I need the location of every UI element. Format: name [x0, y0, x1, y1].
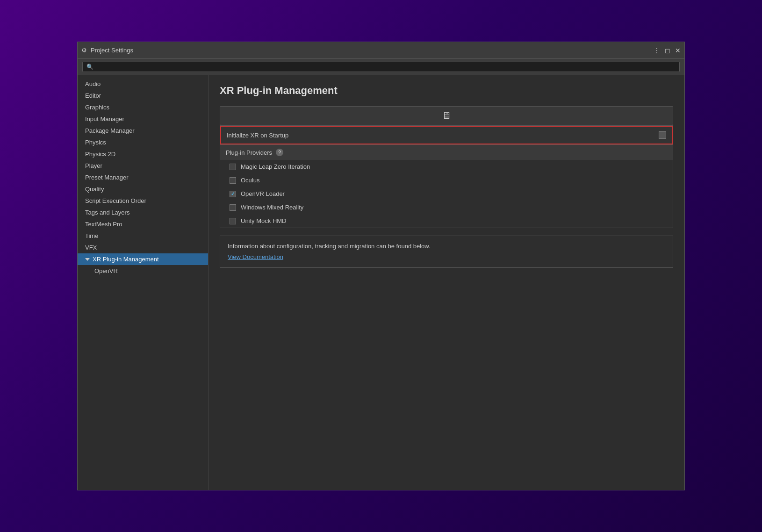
sidebar-item-physics[interactable]: Physics [78, 137, 208, 148]
plugin-providers-header: Plug-in Providers ? [220, 144, 673, 160]
title-bar-left: ⚙ Project Settings [81, 47, 133, 54]
content-area: XR Plug-in Management 🖥 Initialize XR on… [208, 75, 684, 490]
sidebar-item-player[interactable]: Player [78, 160, 208, 172]
expand-arrow-icon [85, 258, 90, 261]
sidebar-item-openvr[interactable]: OpenVR [78, 265, 208, 277]
magic-leap-label: Magic Leap Zero Iteration [241, 163, 310, 170]
sidebar-item-graphics[interactable]: Graphics [78, 101, 208, 113]
close-icon[interactable]: ✕ [675, 47, 681, 54]
sidebar: Audio Editor Graphics Input Manager Pack… [78, 75, 208, 490]
main-content: Audio Editor Graphics Input Manager Pack… [78, 75, 684, 490]
plugin-item-oculus: Oculus [220, 173, 673, 187]
view-documentation-link[interactable]: View Documentation [228, 253, 283, 260]
sidebar-item-audio[interactable]: Audio [78, 78, 208, 90]
windows-mixed-reality-checkbox[interactable] [230, 204, 236, 211]
plugin-item-windows-mixed-reality: Windows Mixed Reality [220, 201, 673, 214]
openvr-loader-label: OpenVR Loader [241, 190, 285, 197]
magic-leap-checkbox[interactable] [230, 164, 236, 170]
initialize-xr-checkbox[interactable] [659, 131, 666, 139]
help-icon[interactable]: ? [276, 149, 283, 156]
sidebar-item-vfx[interactable]: VFX [78, 242, 208, 253]
title-bar: ⚙ Project Settings ⋮ ◻ ✕ [78, 42, 684, 59]
sidebar-item-package-manager[interactable]: Package Manager [78, 125, 208, 137]
window-title: Project Settings [91, 47, 133, 54]
sidebar-item-time[interactable]: Time [78, 230, 208, 242]
sidebar-item-quality[interactable]: Quality [78, 183, 208, 195]
info-box: Information about configuration, trackin… [220, 236, 673, 268]
settings-icon: ⚙ [81, 47, 87, 54]
tab-bar: 🖥 [220, 106, 673, 125]
page-title: XR Plug-in Management [220, 85, 673, 97]
restore-icon[interactable]: ◻ [665, 47, 670, 54]
sidebar-item-physics2d[interactable]: Physics 2D [78, 148, 208, 160]
search-input[interactable] [82, 62, 680, 72]
oculus-checkbox[interactable] [230, 177, 236, 184]
initialize-xr-label: Initialize XR on Startup [227, 132, 659, 139]
sidebar-item-editor[interactable]: Editor [78, 90, 208, 101]
search-bar [78, 59, 684, 75]
oculus-label: Oculus [241, 177, 259, 184]
plugin-list: Magic Leap Zero Iteration Oculus ✓ OpenV… [220, 160, 673, 228]
info-text: Information about configuration, trackin… [228, 243, 665, 250]
checkmark-icon: ✓ [231, 191, 235, 196]
main-window: ⚙ Project Settings ⋮ ◻ ✕ Audio Editor Gr… [77, 42, 685, 490]
sidebar-item-textmesh-pro[interactable]: TextMesh Pro [78, 218, 208, 230]
sidebar-item-preset-manager[interactable]: Preset Manager [78, 172, 208, 183]
sidebar-item-tags-and-layers[interactable]: Tags and Layers [78, 207, 208, 218]
title-bar-right: ⋮ ◻ ✕ [654, 47, 681, 54]
sidebar-item-input-manager[interactable]: Input Manager [78, 113, 208, 125]
unity-mock-hmd-checkbox[interactable] [230, 218, 236, 224]
windows-mixed-reality-label: Windows Mixed Reality [241, 204, 303, 211]
initialize-xr-row: Initialize XR on Startup [220, 126, 673, 144]
openvr-loader-checkbox[interactable]: ✓ [230, 191, 236, 197]
plugin-item-unity-mock-hmd: Unity Mock HMD [220, 214, 673, 228]
plugin-providers-label: Plug-in Providers [226, 149, 272, 156]
settings-panel: Initialize XR on Startup Plug-in Provide… [220, 125, 673, 228]
more-icon[interactable]: ⋮ [654, 47, 660, 54]
plugin-item-magic-leap: Magic Leap Zero Iteration [220, 160, 673, 173]
sidebar-item-xr-plugin-management[interactable]: XR Plug-in Management [78, 253, 208, 265]
unity-mock-hmd-label: Unity Mock HMD [241, 217, 287, 224]
sidebar-item-script-execution-order[interactable]: Script Execution Order [78, 195, 208, 207]
monitor-icon[interactable]: 🖥 [442, 110, 451, 121]
sidebar-item-label: XR Plug-in Management [93, 256, 159, 263]
plugin-item-openvr-loader: ✓ OpenVR Loader [220, 187, 673, 201]
